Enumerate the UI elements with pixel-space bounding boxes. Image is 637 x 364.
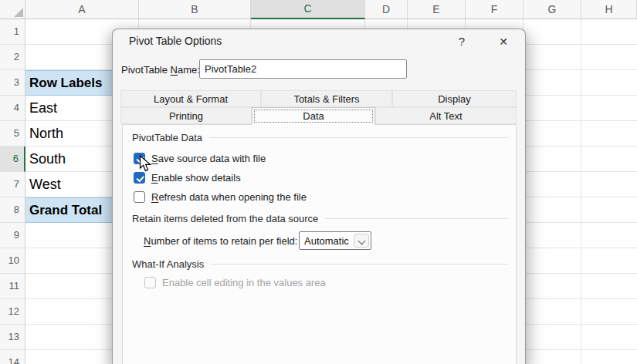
group-rule [211,264,508,265]
mouse-cursor-icon [139,155,152,174]
group-retain-items: Retain items deleted from the data sourc… [132,213,508,224]
dialog-titlebar[interactable]: Pivot Table Options ? ✕ [113,29,525,53]
tab-display[interactable]: Display [392,90,517,107]
row-header-13[interactable]: 13 [0,325,25,350]
row-header-3[interactable]: 3 [0,70,25,96]
retain-items-dropdown[interactable]: Automatic [299,231,371,250]
row-header-11[interactable]: 11 [0,274,25,299]
refresh-data-checkbox-row[interactable]: Refresh data when opening the file [134,191,307,203]
close-icon[interactable]: ✕ [491,32,516,52]
tab-printing[interactable]: Printing [120,107,252,124]
retain-items-dropdown-value: Automatic [300,235,354,247]
refresh-data-checkbox[interactable] [134,191,145,203]
row-header-10[interactable]: 10 [0,248,25,274]
row-header-6[interactable]: 6 [0,147,25,172]
group-what-if-analysis: What-If Analysis [132,258,508,270]
column-header-H[interactable]: H [581,0,637,19]
enable-show-details-label: Enable show details [151,172,241,184]
column-header-D[interactable]: D [365,0,408,19]
dialog-title: Pivot Table Options [129,29,222,53]
column-header-G[interactable]: G [523,0,581,19]
chevron-down-icon[interactable] [354,234,369,248]
pivottable-name-input[interactable] [199,59,407,79]
enable-cell-editing-checkbox [144,277,156,288]
tab-totals-filters[interactable]: Totals & Filters [261,90,392,107]
row-header-4[interactable]: 4 [0,96,25,121]
tab-data[interactable]: Data [252,107,375,125]
enable-cell-editing-label: Enable cell editing in the values area [162,277,326,288]
tab-layout-format[interactable]: Layout & Format [120,90,261,107]
select-all-triangle-icon [14,8,23,17]
row-header-8[interactable]: 8 [0,197,25,223]
tab-alt-text[interactable]: Alt Text [375,107,517,124]
gridline [581,19,581,364]
column-header-B[interactable]: B [139,0,251,19]
enable-cell-editing-checkbox-row: Enable cell editing in the values area [144,277,326,288]
row-header-1[interactable]: 1 [0,19,25,45]
pivottable-name-label: PivotTable Name: [121,61,200,79]
enable-show-details-checkbox[interactable] [134,172,145,184]
retain-items-field-label: Number of items to retain per field: [144,234,297,249]
group-rule [325,218,508,219]
enable-show-details-checkbox-row[interactable]: Enable show details [134,172,241,184]
help-button[interactable]: ? [449,32,474,52]
save-source-data-label: Save source data with file [151,153,266,164]
column-header-E[interactable]: E [408,0,466,19]
row-header-9[interactable]: 9 [0,223,25,248]
save-source-data-checkbox-row[interactable]: Save source data with file [134,153,266,164]
row-header-14[interactable]: 14 [0,350,25,364]
pivot-table-options-dialog: Pivot Table Options ? ✕ PivotTable Name:… [112,29,526,364]
group-rule [209,137,508,138]
data-tab-panel: PivotTable Data Save source data with fi… [122,124,517,364]
row-header-2[interactable]: 2 [0,45,25,70]
row-header-12[interactable]: 12 [0,299,25,325]
group-pivottable-data: PivotTable Data [132,132,508,143]
row-header-7[interactable]: 7 [0,172,25,197]
refresh-data-label: Refresh data when opening the file [151,191,307,203]
select-all-corner[interactable] [0,0,25,19]
column-header-C[interactable]: C [251,0,365,19]
row-header-5[interactable]: 5 [0,121,25,147]
column-header-A[interactable]: A [25,0,139,19]
column-header-F[interactable]: F [466,0,523,19]
